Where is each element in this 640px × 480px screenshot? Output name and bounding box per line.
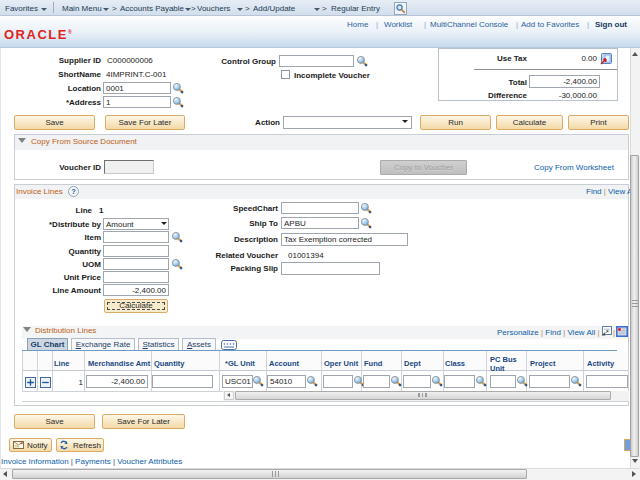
svg-text:?: ? <box>71 187 76 196</box>
